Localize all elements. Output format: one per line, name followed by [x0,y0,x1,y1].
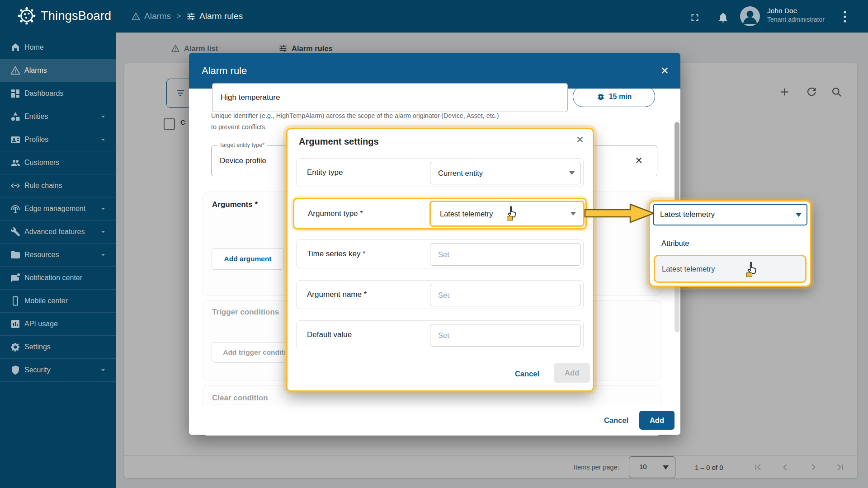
warning-icon [131,12,141,21]
modal-add-button[interactable]: Add [639,411,675,430]
arguments-title: Arguments * [212,200,258,209]
dialog-add-button[interactable]: Add [554,363,590,383]
gear-icon [10,342,21,352]
chevron-down-icon [99,366,108,375]
chevron-down-icon [571,212,576,216]
option-attribute[interactable]: Attribute [651,233,808,253]
schedule-chip[interactable]: 15 min [573,86,655,107]
name-helper-line2: to prevent conflicts. [211,123,267,131]
option-latest-telemetry[interactable]: Latest telemetry [654,255,807,283]
top-bar: ThingsBoard Alarms > [0,0,868,33]
chevron-down-icon [99,204,108,213]
dialog-title: Argument settings [299,136,379,147]
sidebar-item-edge-management[interactable]: Edge management [0,197,116,221]
close-icon[interactable]: × [576,134,584,145]
breadcrumb-alarm-rules[interactable]: Alarm rules [186,11,243,21]
sidebar-item-dashboards[interactable]: Dashboards [0,82,116,105]
trigger-conditions-title: Trigger conditions [212,308,279,317]
argument-type-dropdown-panel: Latest telemetry Attribute Latest teleme… [649,200,811,287]
click-indicator [507,216,513,221]
user-info[interactable]: John Doe Tenant administrator [767,6,825,24]
clear-icon[interactable]: × [635,154,642,168]
pointer-cursor [745,260,760,276]
argument-type-row: Argument type * Latest telemetry [293,198,587,230]
clear-condition-title: Clear condition [212,394,268,403]
chevron-down-icon [99,227,108,236]
breadcrumb: Alarms > Alarm rules [131,0,243,33]
modal-footer: Cancel Add [189,406,680,435]
notification-message-icon [10,272,21,283]
sidebar-item-rule-chains[interactable]: Rule chains [0,174,116,197]
pointer-cursor [505,205,520,219]
sidebar-item-resources[interactable]: Resources [0,244,116,267]
target-entity-type-label: Target entity type* [217,142,267,148]
fullscreen-icon[interactable] [689,12,701,23]
chevron-down-icon [796,213,801,216]
dashboards-icon [10,88,21,99]
sidebar-item-customers[interactable]: Customers [0,151,116,174]
default-value-input[interactable]: Set [430,324,581,347]
breadcrumb-alarms[interactable]: Alarms [131,11,171,21]
sidebar-item-settings[interactable]: Settings [0,336,116,359]
thingsboard-logo-icon [16,5,37,26]
bug-icon [596,92,605,101]
sidebar-item-mobile-center[interactable]: Mobile center [0,290,116,313]
sidebar-item-home[interactable]: Home [0,36,116,59]
home-icon [10,42,21,53]
entity-type-row: Entity type Current entity [296,158,584,187]
entities-icon [10,111,21,122]
chart-icon [10,319,21,329]
modal-title: Alarm rule [202,65,247,77]
alarm-rule-name-input[interactable]: High temperature [212,83,568,112]
tools-icon [10,226,21,237]
app-title: ThingsBoard [41,9,111,23]
warning-icon [10,65,21,76]
sidebar-item-advanced-features[interactable]: Advanced features [0,221,116,244]
more-menu-icon[interactable] [842,10,848,23]
click-indicator [746,272,752,277]
user-role: Tenant administrator [767,15,825,24]
sidebar-item-profiles[interactable]: Profiles [0,128,116,151]
close-icon[interactable]: × [660,65,669,76]
user-name: John Doe [767,6,825,15]
dialog-cancel-button[interactable]: Cancel [509,365,545,382]
argument-name-input[interactable]: Set [430,284,581,306]
antenna-icon [10,203,21,214]
sidebar-item-security[interactable]: Security [0,359,116,382]
time-series-key-input[interactable]: Set [430,243,581,266]
sidebar-item-notification-center[interactable]: Notification center [0,267,116,290]
notifications-bell-icon[interactable] [717,11,729,23]
name-helper-line1: Unique identifier (e.g., HighTempAlarm) … [211,112,499,119]
argument-settings-dialog: Argument settings × Entity type Current … [286,128,594,392]
customers-people-icon [10,157,21,168]
chevron-down-icon [569,171,575,175]
chevron-down-icon [99,135,108,144]
default-value-row: Default value Set [296,320,584,349]
modal-cancel-button[interactable]: Cancel [603,412,630,428]
entity-type-select[interactable]: Current entity [430,162,581,184]
sidebar: Home Alarms Dashboards Entities Profiles [0,33,116,488]
profiles-badge-icon [10,134,21,145]
shield-icon [10,365,21,375]
sidebar-item-alarms[interactable]: Alarms [0,59,116,82]
sidebar-item-entities[interactable]: Entities [0,105,116,128]
argument-name-row: Argument name * Set [296,280,584,309]
folder-icon [10,249,21,260]
app-logo[interactable]: ThingsBoard [16,5,111,26]
argument-type-overlay-select[interactable]: Latest telemetry [653,204,807,225]
time-series-key-row: Time series key * Set [296,239,584,268]
breadcrumb-separator: > [176,12,181,21]
annotation-arrow [584,203,656,224]
mobile-phone-icon [10,296,21,306]
add-argument-button[interactable]: Add argument [212,248,284,270]
avatar[interactable] [740,6,760,27]
sidebar-item-api-usage[interactable]: API usage [0,313,116,336]
thingsboard-app: ThingsBoard Alarms > [0,0,868,488]
rule-chains-icon [10,180,21,191]
tune-icon [186,12,196,21]
chevron-down-icon [99,112,108,121]
chevron-down-icon [99,250,108,259]
